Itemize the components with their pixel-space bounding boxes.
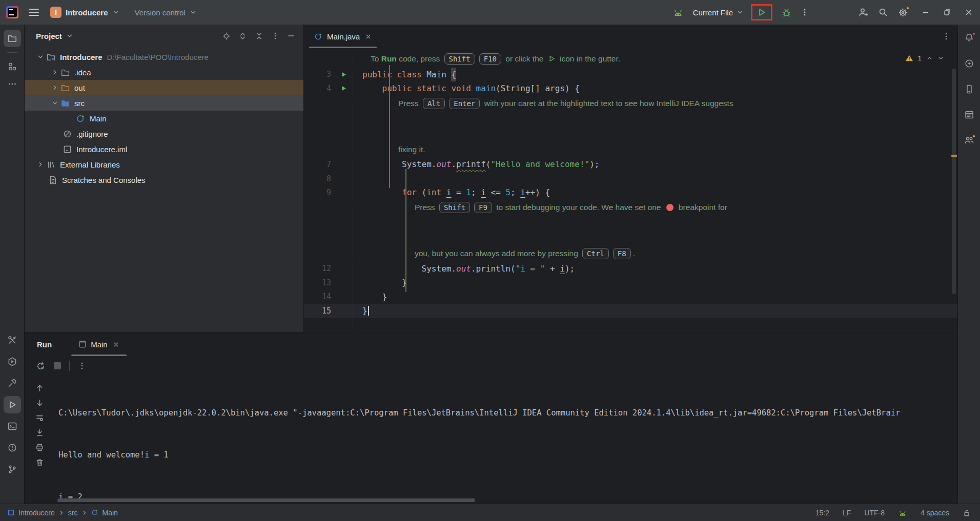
gutter-run-icon[interactable] [334, 85, 353, 92]
tree-row-main-class[interactable]: Main [25, 111, 303, 126]
chevron-down-icon[interactable] [49, 99, 60, 107]
gutter-run-icon[interactable] [334, 71, 353, 78]
code-token: } [362, 304, 368, 318]
breadcrumb-project[interactable]: Introducere [18, 509, 55, 517]
code-with-me-user-icon[interactable] [858, 7, 869, 18]
settings-gear-icon[interactable] [897, 7, 908, 18]
console-output[interactable]: C:\Users\Tudor\.jdks\openjdk-22.0.2\bin\… [54, 376, 957, 504]
tool-window-build-button[interactable] [4, 374, 21, 392]
window-restore-button[interactable] [943, 8, 951, 16]
editor-empty-space[interactable] [304, 318, 957, 332]
notifications-button[interactable] [964, 33, 974, 43]
stop-button-disabled [54, 362, 61, 369]
soft-wrap-icon[interactable] [35, 413, 44, 422]
more-actions-kebab-icon[interactable] [801, 8, 809, 16]
code-token: + [545, 262, 560, 276]
panel-options-kebab-icon[interactable] [271, 32, 279, 40]
tool-window-project-button[interactable] [4, 30, 21, 47]
project-tree: Introducere D:\Facultate\POO\Introducere… [25, 47, 303, 187]
chevron-right-icon[interactable] [49, 84, 60, 91]
chevron-right-icon[interactable] [49, 69, 60, 76]
code-line-15-current[interactable]: 15 } [304, 304, 957, 318]
more-tool-windows-button[interactable] [4, 75, 21, 93]
main-menu-icon[interactable] [29, 9, 39, 16]
close-tab-icon[interactable] [113, 341, 119, 348]
code-line-13[interactable]: 13 } [304, 276, 957, 290]
tool-window-terminal-button[interactable] [4, 418, 21, 435]
inspections-widget[interactable]: 1 [905, 54, 944, 62]
editor-vertical-scrollbar[interactable] [952, 69, 956, 294]
running-devices-button[interactable] [964, 135, 974, 145]
android-device-icon[interactable] [672, 7, 684, 17]
project-widget[interactable]: I Introducere [46, 4, 124, 20]
tool-window-tools-button[interactable] [4, 331, 21, 349]
expand-all-icon[interactable] [238, 32, 247, 40]
run-play-icon [8, 400, 17, 409]
prev-warning-chevron-icon[interactable] [926, 55, 933, 61]
console-options-kebab-icon[interactable] [78, 362, 86, 370]
scroll-to-end-icon[interactable] [35, 428, 44, 437]
chevron-right-icon[interactable] [35, 161, 46, 168]
tree-row-idea-folder[interactable]: .idea [25, 65, 303, 80]
chevron-down-icon[interactable] [66, 32, 73, 39]
tree-row-out-folder[interactable]: out [25, 80, 303, 95]
tree-row-src-folder[interactable]: src [25, 95, 303, 111]
clear-console-trash-icon[interactable] [35, 458, 44, 467]
tool-window-structure-button[interactable] [4, 58, 21, 75]
tree-row-module-file[interactable]: Introducere.iml [25, 141, 303, 157]
next-warning-chevron-icon[interactable] [937, 55, 944, 61]
search-everywhere-icon[interactable] [878, 7, 888, 17]
tool-window-services-button[interactable] [4, 353, 21, 370]
editor-area: Main.java To Run code, press ShiftF10 or… [304, 25, 957, 332]
warning-stripe-mark[interactable] [951, 155, 957, 157]
code-line-12[interactable]: 12 System.out.println("i = " + i); [304, 262, 957, 276]
window-minimize-button[interactable] [922, 8, 930, 16]
tree-row-project-root[interactable]: Introducere D:\Facultate\POO\Introducere [25, 49, 303, 65]
print-icon[interactable] [35, 443, 44, 452]
tree-row-gitignore[interactable]: .gitignore [25, 126, 303, 141]
caret-position-widget[interactable]: 15:2 [815, 509, 829, 517]
tree-label: Introducere [60, 53, 103, 61]
run-button[interactable] [757, 8, 766, 17]
debug-button[interactable] [782, 8, 791, 17]
console-horizontal-scrollbar[interactable] [57, 498, 475, 502]
breadcrumb-main[interactable]: Main [103, 509, 118, 517]
running-devices-badge [972, 134, 976, 138]
tree-row-external-libraries[interactable]: External Libraries [25, 157, 303, 172]
ai-assistant-icon [964, 58, 974, 69]
run-configuration-selector[interactable]: Current File [693, 8, 744, 17]
logcat-button[interactable] [964, 110, 974, 120]
chevron-down-icon [112, 9, 119, 16]
run-tab-main[interactable]: Main [75, 332, 122, 356]
unlocked-padlock-icon[interactable] [963, 509, 971, 517]
down-stacktrace-icon[interactable] [35, 399, 44, 407]
title-bar-right: Current File [663, 4, 973, 20]
close-tab-icon[interactable] [365, 33, 372, 40]
android-status-icon[interactable] [898, 509, 907, 516]
editor-tab-main-java[interactable]: Main.java [312, 25, 374, 48]
hide-panel-icon[interactable] [287, 32, 295, 40]
rerun-button[interactable] [36, 361, 46, 371]
vcs-widget[interactable]: Version control [131, 6, 201, 19]
center-column: Project [25, 25, 957, 504]
chevron-down-icon[interactable] [35, 53, 46, 60]
code-line-14[interactable]: 14 } [304, 290, 957, 304]
tool-window-run-button[interactable] [4, 396, 21, 413]
encoding-widget[interactable]: UTF-8 [864, 509, 885, 517]
up-stacktrace-icon[interactable] [35, 384, 44, 392]
run-panel-body: C:\Users\Tudor\.jdks\openjdk-22.0.2\bin\… [25, 376, 957, 504]
tree-row-scratches[interactable]: Scratches and Consoles [25, 172, 303, 187]
console-icon [78, 340, 87, 348]
window-close-button[interactable] [965, 8, 973, 16]
indent-widget[interactable]: 4 spaces [921, 509, 949, 517]
breadcrumb-src[interactable]: src [68, 509, 78, 517]
tool-window-problems-button[interactable] [4, 439, 21, 456]
tool-window-version-control-button[interactable] [4, 461, 21, 478]
select-opened-file-icon[interactable] [222, 32, 231, 40]
editor-body[interactable]: To Run code, press ShiftF10 or click the… [304, 48, 957, 332]
tab-bar-more-kebab-icon[interactable] [942, 32, 950, 40]
line-separator-widget[interactable]: LF [843, 509, 851, 517]
device-manager-button[interactable] [964, 84, 974, 94]
ai-assistant-button[interactable] [964, 58, 974, 69]
collapse-all-icon[interactable] [255, 32, 263, 40]
